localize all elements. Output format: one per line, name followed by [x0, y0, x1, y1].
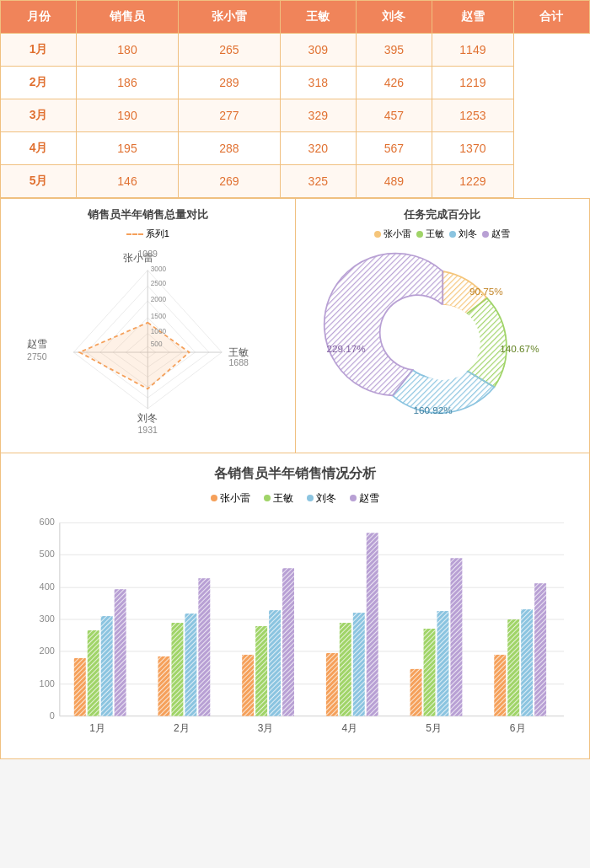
radar-chart-title: 销售员半年销售总量对比 [9, 207, 287, 222]
table-cell-3-6: 1370 [432, 132, 513, 165]
svg-rect-75 [340, 623, 351, 716]
table-header-0: 月份 [1, 1, 77, 34]
svg-rect-83 [507, 619, 519, 716]
table-header-1: 销售员 [77, 1, 179, 34]
sales-table: 月份销售员张小雷王敏刘冬赵雪合计 1月18026530939511492月186… [0, 0, 590, 198]
svg-rect-72 [269, 610, 281, 716]
svg-rect-79 [424, 629, 436, 716]
svg-rect-68 [185, 613, 196, 716]
svg-text:2750: 2750 [27, 351, 47, 362]
svg-text:0: 0 [50, 710, 55, 720]
svg-text:王敏: 王敏 [228, 346, 249, 357]
table-cell-2-4: 329 [280, 99, 356, 132]
table-cell-1-0: 2月 [1, 67, 77, 99]
table-cell-2-6: 1253 [432, 99, 513, 132]
radar-legend: 系列1 [9, 228, 287, 240]
table-header-4: 刘冬 [356, 1, 432, 34]
svg-text:2500: 2500 [151, 280, 167, 287]
bar-legend-item: 张小雷 [211, 491, 250, 506]
svg-rect-80 [437, 611, 448, 716]
svg-rect-76 [353, 613, 365, 716]
svg-text:3000: 3000 [151, 265, 167, 273]
svg-text:1月: 1月 [89, 721, 105, 733]
table-header-2: 张小雷 [178, 1, 280, 34]
table-row: 2月1862893184261219 [1, 67, 590, 99]
svg-text:刘冬: 刘冬 [137, 412, 158, 423]
svg-text:1500: 1500 [151, 313, 167, 320]
donut-chart-title: 任务完成百分比 [304, 207, 582, 222]
svg-text:赵雪: 赵雪 [27, 338, 47, 349]
svg-text:400: 400 [40, 581, 55, 592]
svg-text:90.75%: 90.75% [469, 286, 502, 297]
table-cell-3-5: 567 [356, 132, 432, 165]
table-row: 1月1802653093951149 [1, 34, 590, 67]
donut-legend-item: 赵雪 [482, 228, 510, 240]
svg-text:5月: 5月 [426, 721, 442, 733]
table-cell-1-6: 1219 [432, 67, 513, 99]
table-cell-4-0: 5月 [1, 165, 77, 198]
svg-text:1688: 1688 [228, 357, 249, 367]
svg-rect-67 [171, 623, 183, 716]
svg-text:160.92%: 160.92% [413, 405, 452, 415]
svg-text:500: 500 [40, 549, 55, 559]
bar-legend: 张小雷王敏刘冬赵雪 [18, 491, 572, 506]
svg-text:2000: 2000 [151, 296, 167, 303]
table-cell-3-0: 4月 [1, 132, 77, 165]
donut-legend-item: 刘冬 [449, 228, 477, 240]
table-cell-0-4: 309 [280, 34, 356, 67]
table-cell-0-3: 265 [178, 34, 280, 67]
svg-rect-74 [326, 653, 338, 716]
radar-legend-item: 系列1 [126, 228, 169, 240]
radar-chart-container: 销售员半年销售总量对比 系列1 [1, 199, 296, 453]
svg-rect-70 [242, 655, 254, 716]
svg-text:300: 300 [40, 613, 55, 624]
svg-text:140.67%: 140.67% [500, 343, 539, 354]
svg-rect-78 [410, 669, 422, 716]
svg-text:2月: 2月 [174, 721, 190, 733]
table-cell-4-5: 489 [356, 165, 432, 198]
table-cell-1-2: 186 [77, 67, 179, 99]
table-cell-0-6: 1149 [432, 34, 513, 67]
svg-rect-66 [158, 656, 169, 716]
svg-text:600: 600 [40, 517, 55, 527]
svg-text:1089: 1089 [138, 249, 158, 259]
table-cell-0-5: 395 [356, 34, 432, 67]
bar-chart-svg: 0 100 200 300 400 500 600 [18, 514, 572, 750]
svg-rect-77 [367, 533, 378, 715]
bar-legend-item: 赵雪 [350, 491, 379, 506]
bar-chart-title: 各销售员半年销售情况分析 [18, 465, 572, 483]
bar-chart-area: 0 100 200 300 400 500 600 [18, 514, 572, 750]
charts-row: 销售员半年销售总量对比 系列1 [0, 198, 590, 453]
table-cell-2-5: 457 [356, 99, 432, 132]
bar-legend-item: 王敏 [264, 491, 293, 506]
table-cell-0-0: 1月 [1, 34, 77, 67]
table-row: 5月1462693254891229 [1, 165, 590, 198]
svg-rect-69 [198, 578, 210, 716]
svg-rect-84 [521, 609, 533, 716]
svg-text:1931: 1931 [138, 425, 158, 435]
donut-legend-item: 王敏 [416, 228, 444, 240]
svg-rect-82 [494, 655, 506, 716]
bar-chart-section: 各销售员半年销售情况分析 张小雷王敏刘冬赵雪 0 100 200 [0, 453, 590, 759]
table-cell-2-0: 3月 [1, 99, 77, 132]
table-header-3: 王敏 [280, 1, 356, 34]
table-cell-1-4: 318 [280, 67, 356, 99]
svg-text:229.17%: 229.17% [326, 343, 365, 354]
radar-svg: 500 1000 1500 2000 2500 3000 张小雷 1089 王敏… [9, 244, 287, 442]
svg-rect-65 [115, 589, 126, 716]
table-cell-0-2: 180 [77, 34, 179, 67]
donut-legend-item: 张小雷 [374, 228, 411, 240]
svg-rect-64 [101, 616, 113, 716]
table-cell-1-5: 426 [356, 67, 432, 99]
table-cell-3-3: 288 [178, 132, 280, 165]
table-cell-4-2: 146 [77, 165, 179, 198]
table-cell-4-6: 1229 [432, 165, 513, 198]
table-header-6: 合计 [513, 1, 589, 34]
svg-text:100: 100 [40, 678, 55, 688]
table-cell-4-3: 269 [178, 165, 280, 198]
table-cell-2-3: 277 [178, 99, 280, 132]
table-cell-3-2: 195 [77, 132, 179, 165]
svg-text:4月: 4月 [341, 721, 357, 733]
svg-rect-81 [450, 558, 462, 715]
svg-text:200: 200 [40, 646, 55, 656]
